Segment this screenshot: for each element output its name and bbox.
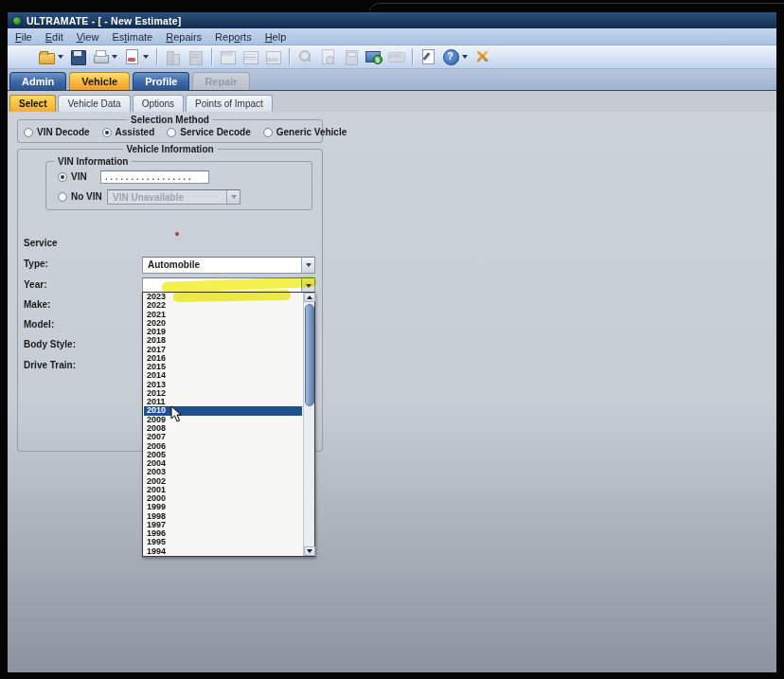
toolbar-dropdown-arrow-icon[interactable] <box>112 55 117 59</box>
year-option-2000[interactable]: 2000 <box>144 494 302 503</box>
open-icon <box>38 48 55 65</box>
no-vin-radio-option[interactable]: No VIN <box>58 191 102 202</box>
toolbar-button-open[interactable] <box>36 47 65 67</box>
toolbar-dropdown-arrow-icon[interactable] <box>58 55 63 59</box>
year-option-2008[interactable]: 2008 <box>144 424 302 433</box>
toolbar-button-calculator <box>340 47 361 67</box>
year-option-2002[interactable]: 2002 <box>144 477 302 486</box>
toolbar-button-export[interactable] <box>121 47 151 67</box>
app-icon <box>12 16 22 26</box>
subtab-select[interactable]: Select <box>9 95 56 112</box>
toolbar-button-save[interactable] <box>67 47 88 67</box>
year-dropdown-list[interactable]: 2023202220212020201920182017201620152014… <box>142 292 315 557</box>
scroll-up-icon[interactable] <box>304 293 315 302</box>
year-option-2003[interactable]: 2003 <box>144 468 302 476</box>
year-option-1999[interactable]: 1999 <box>144 503 302 511</box>
year-option-1994[interactable]: 1994 <box>144 547 302 556</box>
field-label-type: Type: <box>24 259 48 269</box>
search-icon <box>296 48 313 65</box>
year-option-2004[interactable]: 2004 <box>144 459 302 468</box>
year-option-2013[interactable]: 2013 <box>144 381 302 389</box>
year-option-2015[interactable]: 2015 <box>144 363 302 371</box>
menu-item-edit[interactable]: Edit <box>45 31 63 43</box>
year-option-2010[interactable]: 2010 <box>144 406 302 415</box>
year-option-2012[interactable]: 2012 <box>144 389 302 398</box>
radio-vin-decode[interactable]: VIN Decode <box>24 127 90 137</box>
menu-item-estimate[interactable]: Estimate <box>112 31 152 43</box>
toolbar-dropdown-arrow-icon[interactable] <box>462 55 468 59</box>
year-option-2021[interactable]: 2021 <box>144 311 302 319</box>
year-option-2011[interactable]: 2011 <box>144 398 302 406</box>
subtab-options[interactable]: Options <box>133 95 184 112</box>
year-option-1996[interactable]: 1996 <box>144 529 302 538</box>
sub-tab-strip: SelectVehicle DataOptionsPoints of Impac… <box>8 90 776 112</box>
radio-service-decode[interactable]: Service Decode <box>167 127 251 137</box>
year-option-2020[interactable]: 2020 <box>144 319 302 328</box>
screen: ULTRAMATE - [ - New Estimate] FileEditVi… <box>0 0 784 679</box>
subtab-points-of-impact[interactable]: Points of Impact <box>186 95 273 112</box>
year-option-2016[interactable]: 2016 <box>144 354 302 363</box>
toolbar-button-help[interactable]: ? <box>440 47 470 67</box>
toolbar-button-monitor-dollar[interactable]: $ <box>363 47 383 67</box>
year-option-2022[interactable]: 2022 <box>144 301 302 310</box>
dollar-badge: $ <box>373 55 383 64</box>
toolbar-button-print[interactable] <box>90 47 119 67</box>
export-icon <box>123 48 140 65</box>
toolbar-button-tools[interactable] <box>472 47 492 67</box>
tab-admin[interactable]: Admin <box>9 72 66 90</box>
document-clock-icon <box>319 48 336 65</box>
year-option-1998[interactable]: 1998 <box>144 512 302 521</box>
tab-repair: Repair <box>192 72 249 90</box>
vin-information-groupbox: VIN Information VIN ................. No… <box>45 161 312 210</box>
selection-method-groupbox: Selection Method VIN DecodeAssistedServi… <box>17 119 323 143</box>
vin-radio-icon[interactable] <box>58 172 67 182</box>
no-vin-radio-icon[interactable] <box>58 192 67 202</box>
year-option-1995[interactable]: 1995 <box>144 538 302 546</box>
year-option-2006[interactable]: 2006 <box>144 442 302 451</box>
toolbar-separator <box>211 48 213 65</box>
radio-label: VIN Decode <box>37 127 90 137</box>
type-combo-arrow-icon[interactable] <box>301 258 314 273</box>
menu-item-file[interactable]: File <box>15 31 32 43</box>
selection-method-options: VIN DecodeAssistedService DecodeGeneric … <box>24 127 318 137</box>
menu-item-reports[interactable]: Reports <box>215 31 252 43</box>
vin-radio-option[interactable]: VIN <box>58 171 87 182</box>
year-dropdown-scrollbar[interactable] <box>303 293 314 556</box>
menu-item-help[interactable]: Help <box>265 31 287 43</box>
main-tab-strip: AdminVehicleProfileRepair <box>8 69 776 90</box>
radio-circle-icon[interactable] <box>263 128 273 137</box>
window-title: ULTRAMATE - [ - New Estimate] <box>27 15 182 27</box>
no-vin-combo-value: VIN Unavailable <box>108 190 226 204</box>
menu-item-view[interactable]: View <box>77 31 99 43</box>
radio-circle-icon[interactable] <box>24 128 33 137</box>
year-option-2014[interactable]: 2014 <box>144 371 302 380</box>
year-option-2009[interactable]: 2009 <box>144 416 302 424</box>
radio-circle-icon[interactable] <box>167 128 176 137</box>
toolbar-button-new-estimate[interactable] <box>13 47 34 67</box>
radio-circle-icon[interactable] <box>102 128 112 137</box>
scrollbar-thumb[interactable] <box>305 304 314 406</box>
year-option-1997[interactable]: 1997 <box>144 521 302 529</box>
year-option-2018[interactable]: 2018 <box>144 336 302 345</box>
menu-item-repairs[interactable]: Repairs <box>166 31 202 43</box>
toolbar-dropdown-arrow-icon[interactable] <box>143 55 149 59</box>
year-option-2007[interactable]: 2007 <box>144 433 302 441</box>
subtab-vehicle-data[interactable]: Vehicle Data <box>58 95 130 112</box>
tab-profile[interactable]: Profile <box>133 72 189 90</box>
radio-assisted[interactable]: Assisted <box>102 127 155 137</box>
radio-label: Generic Vehicle <box>276 127 347 137</box>
radio-generic-vehicle[interactable]: Generic Vehicle <box>263 127 347 137</box>
vin-input[interactable]: ................. <box>100 170 209 184</box>
tab-vehicle[interactable]: Vehicle <box>69 72 130 90</box>
vin-input-value: ................. <box>101 171 208 183</box>
scroll-down-icon[interactable] <box>304 546 315 556</box>
toolbar-separator <box>289 48 291 65</box>
year-option-2019[interactable]: 2019 <box>144 328 302 336</box>
mouse-cursor <box>170 405 183 427</box>
toolbar-button-document-wrench[interactable] <box>418 47 438 67</box>
year-option-2017[interactable]: 2017 <box>144 346 302 354</box>
year-option-2005[interactable]: 2005 <box>144 451 302 459</box>
year-option-2001[interactable]: 2001 <box>144 486 302 494</box>
type-combo[interactable]: Automobile <box>142 257 315 274</box>
service-section-title: Service <box>24 238 58 248</box>
